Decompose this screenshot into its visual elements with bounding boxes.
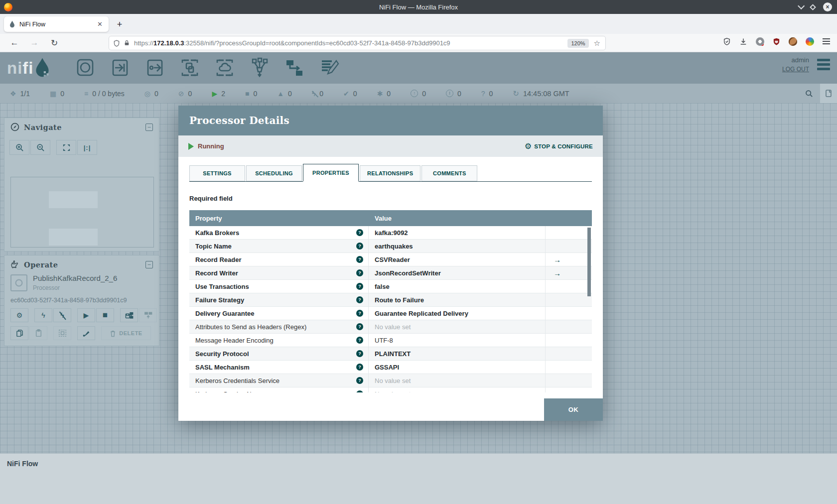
property-action-cell <box>546 334 592 347</box>
cookie-extension-icon[interactable] <box>789 37 797 46</box>
help-icon[interactable]: ? <box>356 350 363 357</box>
tab-settings[interactable]: SETTINGS <box>189 165 245 181</box>
browser-menu-icon[interactable] <box>823 37 830 46</box>
global-menu-icon[interactable] <box>817 57 830 72</box>
property-name-cell: SASL Mechanism? <box>189 361 369 374</box>
tab-close-icon[interactable]: ✕ <box>96 20 104 28</box>
property-action-cell <box>546 307 592 320</box>
help-icon[interactable]: ? <box>356 364 363 371</box>
property-value-cell: Guarantee Replicated Delivery <box>369 307 546 320</box>
processor-component-icon[interactable] <box>74 56 97 79</box>
help-icon[interactable]: ? <box>356 323 363 330</box>
window-maximize-icon[interactable] <box>810 4 816 10</box>
zoom-actual-size-button[interactable]: |:| <box>77 140 97 155</box>
property-name: Attributes to Send as Headers (Regex) <box>195 323 356 331</box>
logout-link[interactable]: LOG OUT <box>782 66 809 73</box>
ublock-origin-icon[interactable] <box>773 37 780 46</box>
window-close-icon[interactable]: × <box>823 2 832 11</box>
zoom-in-button[interactable] <box>9 140 29 155</box>
page-zoom-badge[interactable]: 120% <box>567 39 588 48</box>
bookmark-star-icon[interactable]: ☆ <box>594 39 600 48</box>
account-shield-icon[interactable] <box>723 37 731 46</box>
label-component-icon[interactable] <box>318 56 341 79</box>
tab-comments[interactable]: COMMENTS <box>421 165 477 181</box>
disable-button[interactable]: ϟ <box>53 308 71 322</box>
search-icon[interactable] <box>805 90 813 98</box>
table-scrollbar[interactable] <box>587 228 591 296</box>
status-count: 0 <box>353 90 357 98</box>
help-icon[interactable]: ? <box>356 269 363 276</box>
help-icon[interactable]: ? <box>356 283 363 290</box>
change-color-button[interactable] <box>77 326 95 340</box>
configure-button[interactable]: ⚙ <box>10 308 28 322</box>
property-action-cell: → <box>546 266 592 279</box>
copy-button[interactable] <box>10 326 28 340</box>
save-flow-version-button[interactable] <box>120 308 138 322</box>
help-icon[interactable]: ? <box>356 243 363 250</box>
colorful-extension-icon[interactable] <box>806 37 814 46</box>
shield-permissions-icon[interactable] <box>113 39 120 47</box>
hand-icon <box>10 260 19 269</box>
breadcrumb[interactable]: NiFi Flow <box>7 460 38 468</box>
window-title: NiFi Flow — Mozilla Firefox <box>0 3 837 11</box>
help-icon[interactable]: ? <box>356 337 363 344</box>
group-snippet-button[interactable] <box>53 326 71 340</box>
go-to-service-arrow-icon[interactable]: → <box>554 269 561 277</box>
property-name-cell: Attributes to Send as Headers (Regex)? <box>189 320 369 333</box>
reload-button[interactable]: ↻ <box>49 38 60 48</box>
help-icon[interactable]: ? <box>356 390 363 392</box>
lock-icon[interactable] <box>124 39 130 47</box>
tab-relationships[interactable]: RELATIONSHIPS <box>360 165 420 181</box>
zoom-fit-button[interactable] <box>56 140 76 155</box>
new-tab-button[interactable]: + <box>114 18 126 30</box>
current-user-label: admin <box>782 56 809 64</box>
locally-modified-versioned-status: ✱0 <box>377 90 391 98</box>
revert-flow-version-button[interactable] <box>139 308 157 322</box>
delete-button[interactable]: DELETE <box>101 326 151 340</box>
property-name: Message Header Encoding <box>195 337 356 344</box>
process-group-component-icon[interactable] <box>178 56 201 79</box>
url-text[interactable]: https://172.18.0.3:32558/nifi/?processGr… <box>134 39 567 47</box>
enable-button[interactable]: ϟ <box>34 308 52 322</box>
back-button[interactable]: ← <box>9 38 20 48</box>
start-button[interactable]: ▶ <box>77 308 95 322</box>
navigate-collapse-button[interactable]: – <box>145 124 153 131</box>
browser-tab[interactable]: NiFi Flow ✕ <box>4 16 109 32</box>
property-action-cell <box>546 374 592 387</box>
funnel-component-icon[interactable] <box>248 56 271 79</box>
tab-scheduling[interactable]: SCHEDULING <box>246 165 302 181</box>
stopped-components-status: ■0 <box>245 90 257 98</box>
refresh-icon[interactable]: ↻ <box>513 90 519 97</box>
stop-button[interactable]: ■ <box>96 308 114 322</box>
property-row: Topic Name?earthquakes <box>189 240 592 253</box>
status-count: 0 <box>457 90 461 98</box>
operate-collapse-button[interactable]: – <box>145 261 153 268</box>
property-row: Record Reader?CSVReader→ <box>189 253 592 266</box>
panel-toggle-button[interactable] <box>820 84 837 103</box>
downloads-icon[interactable] <box>739 37 747 46</box>
forward-button[interactable]: → <box>29 38 40 48</box>
window-minimize-icon[interactable] <box>798 2 805 9</box>
input-port-component-icon[interactable] <box>109 56 132 79</box>
zoom-out-button[interactable] <box>30 140 50 155</box>
paste-button[interactable] <box>29 326 47 340</box>
status-count: 0 <box>319 90 323 98</box>
extension-icon[interactable] <box>756 37 764 46</box>
help-icon[interactable]: ? <box>356 377 363 384</box>
property-row: Use Transactions?false <box>189 280 592 293</box>
output-port-component-icon[interactable] <box>143 56 166 79</box>
clustered-nodes-icon: ❖ <box>10 90 16 97</box>
help-icon[interactable]: ? <box>356 256 363 263</box>
help-icon[interactable]: ? <box>356 296 363 303</box>
help-icon[interactable]: ? <box>356 310 363 317</box>
template-component-icon[interactable] <box>283 56 306 79</box>
url-field[interactable]: https://172.18.0.3:32558/nifi/?processGr… <box>109 36 606 50</box>
help-icon[interactable]: ? <box>356 229 363 236</box>
birdseye-minimap[interactable] <box>10 177 154 248</box>
stop-and-configure-button[interactable]: ⚙ STOP & CONFIGURE <box>525 141 593 151</box>
go-to-service-arrow-icon[interactable]: → <box>554 255 561 264</box>
remote-process-group-component-icon[interactable] <box>213 56 236 79</box>
tab-properties[interactable]: PROPERTIES <box>303 164 359 182</box>
ok-button[interactable]: OK <box>544 398 603 421</box>
property-row: Attributes to Send as Headers (Regex)?No… <box>189 320 592 334</box>
